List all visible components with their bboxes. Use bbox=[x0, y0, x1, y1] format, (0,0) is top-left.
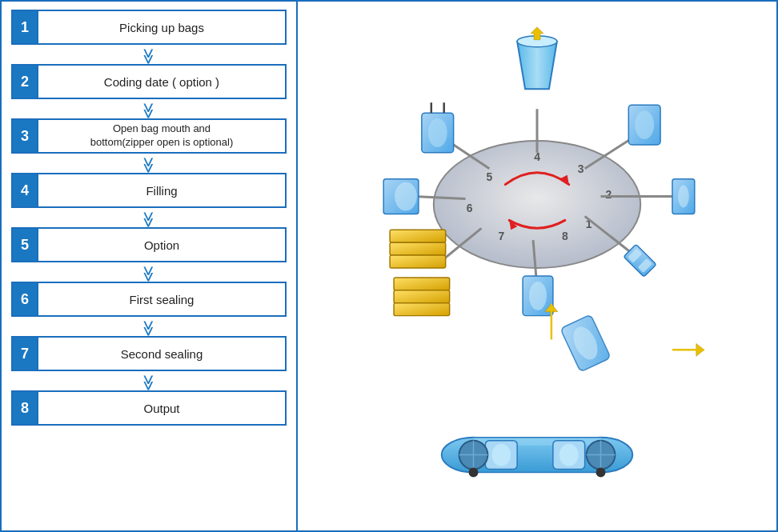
step-num-1: 1 bbox=[11, 10, 38, 45]
svg-point-55 bbox=[491, 444, 511, 466]
svg-point-64 bbox=[469, 467, 479, 477]
step-num-7: 7 bbox=[11, 336, 38, 371]
step-num-6: 6 bbox=[11, 282, 38, 317]
svg-rect-36 bbox=[390, 255, 446, 268]
svg-text:7: 7 bbox=[498, 230, 504, 242]
step-label-4: Filling bbox=[38, 173, 287, 208]
step-label-2: Coding date ( option ) bbox=[38, 64, 287, 99]
svg-text:2: 2 bbox=[606, 189, 612, 202]
svg-rect-37 bbox=[394, 278, 450, 290]
svg-point-57 bbox=[559, 444, 579, 466]
step-label-3: Open bag mouth andbottom(zipper open is … bbox=[38, 118, 287, 154]
step-num-3: 3 bbox=[11, 118, 38, 154]
step-num-8: 8 bbox=[11, 390, 38, 426]
left-panel: 1 Picking up bags ≫ 2 Coding date ( opti… bbox=[2, 2, 298, 530]
svg-rect-34 bbox=[390, 230, 446, 242]
step-num-4: 4 bbox=[11, 173, 38, 208]
svg-point-41 bbox=[529, 282, 547, 310]
step-num-2: 2 bbox=[11, 64, 38, 99]
svg-rect-39 bbox=[394, 303, 450, 316]
svg-rect-35 bbox=[390, 242, 446, 255]
step-label-8: Output bbox=[38, 390, 287, 426]
step-label-1: Picking up bags bbox=[38, 10, 287, 45]
svg-text:5: 5 bbox=[486, 170, 492, 183]
svg-text:3: 3 bbox=[578, 162, 584, 175]
step-label-7: Second sealing bbox=[38, 336, 287, 371]
main-container: 1 Picking up bags ≫ 2 Coding date ( opti… bbox=[0, 0, 778, 532]
machine-diagram: 4 3 2 1 8 7 6 5 bbox=[298, 2, 776, 530]
arrow-7: ≫ bbox=[141, 243, 157, 518]
svg-point-65 bbox=[596, 467, 606, 477]
svg-text:6: 6 bbox=[467, 202, 473, 214]
step-label-5: Option bbox=[38, 227, 287, 262]
svg-rect-38 bbox=[394, 290, 450, 303]
svg-point-25 bbox=[635, 110, 654, 139]
right-panel: 4 3 2 1 8 7 6 5 bbox=[298, 2, 776, 530]
svg-text:8: 8 bbox=[562, 230, 568, 242]
svg-point-29 bbox=[428, 118, 447, 147]
svg-point-33 bbox=[395, 182, 417, 211]
step-num-5: 5 bbox=[11, 227, 38, 262]
step-label-6: First sealing bbox=[38, 282, 287, 317]
svg-point-23 bbox=[678, 186, 689, 208]
